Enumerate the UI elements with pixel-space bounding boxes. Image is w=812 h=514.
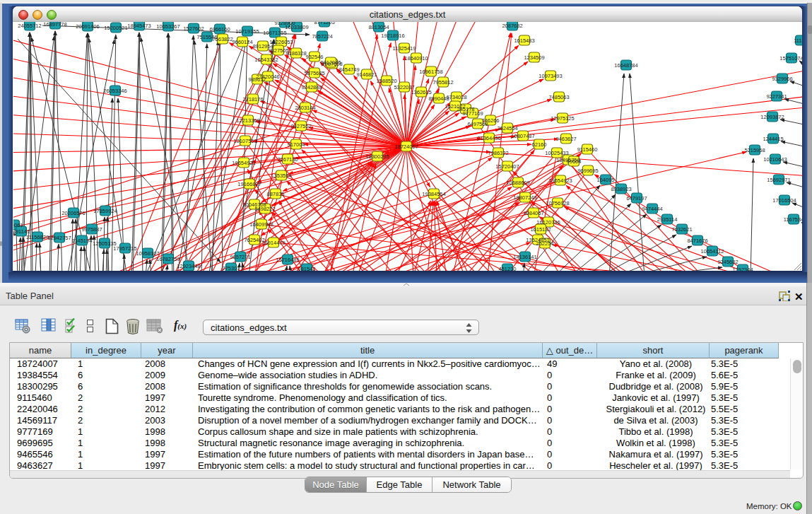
svg-text:18945473: 18945473 bbox=[127, 23, 151, 29]
svg-text:6734028: 6734028 bbox=[446, 94, 466, 100]
svg-text:981542: 981542 bbox=[298, 266, 315, 271]
svg-text:17859924: 17859924 bbox=[93, 208, 117, 214]
svg-text:10688609: 10688609 bbox=[506, 180, 529, 186]
svg-text:18300295: 18300295 bbox=[365, 153, 389, 160]
svg-text:10719155: 10719155 bbox=[235, 28, 259, 35]
svg-text:9245682: 9245682 bbox=[717, 259, 738, 265]
svg-text:12975125: 12975125 bbox=[551, 115, 574, 122]
svg-text:14136141: 14136141 bbox=[513, 254, 536, 260]
svg-text:2935114: 2935114 bbox=[657, 216, 678, 223]
svg-text:2718176: 2718176 bbox=[242, 96, 263, 103]
svg-text:18640910: 18640910 bbox=[404, 55, 428, 62]
svg-text:7857224: 7857224 bbox=[312, 33, 332, 40]
svg-text:7632621: 7632621 bbox=[671, 226, 692, 233]
svg-text:5875685: 5875685 bbox=[304, 70, 324, 76]
svg-text:164095: 164095 bbox=[596, 177, 614, 183]
svg-text:1145194: 1145194 bbox=[72, 238, 93, 244]
svg-text:16033809: 16033809 bbox=[285, 24, 308, 30]
svg-text:16782759: 16782759 bbox=[156, 256, 180, 262]
svg-text:7955812: 7955812 bbox=[433, 79, 453, 86]
svg-text:1353594: 1353594 bbox=[271, 173, 291, 179]
svg-text:13226053: 13226053 bbox=[269, 39, 293, 45]
svg-text:8186328: 8186328 bbox=[286, 50, 306, 57]
svg-text:252254: 252254 bbox=[536, 240, 553, 247]
svg-text:1588520: 1588520 bbox=[376, 78, 396, 84]
svg-text:17016504: 17016504 bbox=[772, 197, 796, 204]
svg-text:20691406: 20691406 bbox=[76, 23, 99, 30]
svg-text:10807487: 10807487 bbox=[511, 133, 534, 139]
svg-text:19654921: 19654921 bbox=[232, 160, 255, 166]
svg-text:9699695: 9699695 bbox=[577, 168, 598, 174]
svg-text:10210643: 10210643 bbox=[763, 156, 787, 163]
svg-text:9329966: 9329966 bbox=[772, 76, 792, 82]
svg-text:9242848: 9242848 bbox=[301, 84, 322, 90]
svg-text:1615483: 1615483 bbox=[514, 37, 534, 44]
svg-text:24055712: 24055712 bbox=[18, 23, 41, 29]
svg-text:9084067: 9084067 bbox=[523, 210, 543, 216]
svg-text:9474444: 9474444 bbox=[642, 206, 662, 212]
svg-text:19654923: 19654923 bbox=[548, 177, 572, 184]
svg-text:10025433: 10025433 bbox=[545, 150, 568, 156]
svg-text:16543382: 16543382 bbox=[254, 57, 278, 63]
svg-text:8471676: 8471676 bbox=[687, 238, 707, 244]
svg-text:19384554: 19384554 bbox=[422, 191, 445, 197]
svg-text:8771205: 8771205 bbox=[314, 22, 334, 25]
svg-text:8938923: 8938923 bbox=[611, 186, 631, 192]
svg-text:9975887: 9975887 bbox=[81, 226, 102, 233]
svg-text:917004: 917004 bbox=[287, 141, 305, 148]
svg-text:16648784: 16648784 bbox=[614, 62, 637, 69]
svg-text:746266: 746266 bbox=[481, 117, 499, 124]
svg-text:15692971: 15692971 bbox=[767, 177, 790, 183]
svg-text:21364436: 21364436 bbox=[477, 135, 500, 141]
svg-text:18724007: 18724007 bbox=[394, 144, 418, 150]
svg-text:10756928: 10756928 bbox=[546, 200, 569, 206]
svg-text:11156829: 11156829 bbox=[26, 234, 49, 240]
svg-text:8427552: 8427552 bbox=[290, 123, 311, 129]
svg-text:10973493: 10973493 bbox=[539, 73, 562, 79]
svg-text:5498222: 5498222 bbox=[254, 206, 275, 212]
svg-text:887835: 887835 bbox=[266, 191, 284, 197]
svg-text:9115460: 9115460 bbox=[577, 146, 598, 153]
svg-text:10653267: 10653267 bbox=[156, 23, 180, 30]
svg-text:9777169: 9777169 bbox=[462, 110, 483, 117]
svg-text:1362615: 1362615 bbox=[411, 89, 431, 95]
svg-text:15751074: 15751074 bbox=[779, 55, 802, 62]
svg-text:9463627: 9463627 bbox=[555, 136, 576, 142]
svg-text:12942757: 12942757 bbox=[47, 235, 71, 241]
svg-text:62160: 62160 bbox=[532, 141, 547, 148]
svg-text:17957215: 17957215 bbox=[113, 245, 136, 252]
svg-text:10107553: 10107553 bbox=[233, 138, 257, 144]
svg-text:1615132: 1615132 bbox=[530, 226, 551, 233]
svg-text:7485063: 7485063 bbox=[548, 94, 569, 100]
svg-text:11325419: 11325419 bbox=[393, 45, 416, 52]
svg-text:7986322: 7986322 bbox=[488, 150, 508, 156]
svg-text:775301: 775301 bbox=[222, 265, 240, 271]
svg-text:16409948: 16409948 bbox=[249, 221, 273, 228]
svg-text:6479197: 6479197 bbox=[626, 195, 647, 201]
svg-text:11121: 11121 bbox=[794, 37, 802, 44]
svg-text:1527602: 1527602 bbox=[183, 25, 204, 32]
svg-text:8813054: 8813054 bbox=[368, 24, 389, 30]
svg-text:16914479: 16914479 bbox=[261, 240, 285, 246]
svg-text:9146821: 9146821 bbox=[356, 71, 377, 78]
svg-text:2803144: 2803144 bbox=[295, 105, 315, 111]
svg-text:19218916: 19218916 bbox=[381, 33, 404, 39]
svg-text:5215958: 5215958 bbox=[744, 147, 765, 153]
svg-text:9227341: 9227341 bbox=[766, 93, 787, 100]
svg-text:26053346: 26053346 bbox=[103, 88, 126, 94]
svg-text:2087682: 2087682 bbox=[502, 23, 522, 29]
svg-text:9660124: 9660124 bbox=[232, 39, 252, 45]
svg-text:3624554: 3624554 bbox=[497, 125, 517, 132]
svg-text:989617: 989617 bbox=[248, 76, 266, 83]
svg-text:99604: 99604 bbox=[567, 158, 582, 165]
svg-text:451230: 451230 bbox=[498, 266, 516, 271]
svg-text:16897778: 16897778 bbox=[43, 22, 66, 28]
svg-text:7663822: 7663822 bbox=[212, 36, 233, 42]
svg-text:3267130: 3267130 bbox=[277, 156, 298, 163]
svg-text:16120746: 16120746 bbox=[536, 219, 560, 226]
svg-text:15720407: 15720407 bbox=[495, 163, 519, 170]
svg-text:20206576: 20206576 bbox=[61, 210, 85, 216]
svg-text:835061: 835061 bbox=[13, 222, 23, 228]
svg-text:6812045: 6812045 bbox=[320, 59, 341, 66]
svg-text:10671355: 10671355 bbox=[263, 30, 286, 36]
